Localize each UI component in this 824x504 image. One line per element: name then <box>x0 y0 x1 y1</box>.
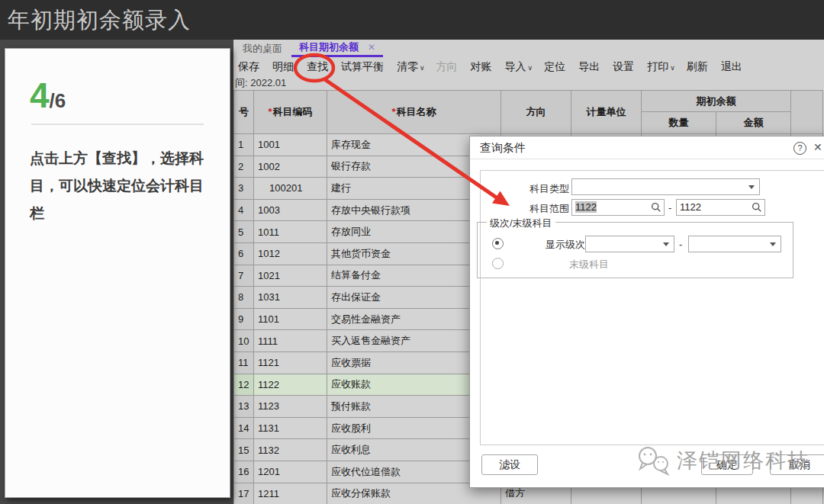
chevron-down-icon: ∨ <box>670 64 675 72</box>
period-label: 间: 2022.01 <box>233 76 824 90</box>
cell-code[interactable]: 1001 <box>254 134 327 156</box>
cell-seq: 1 <box>234 134 254 156</box>
toolbar-button[interactable]: 定位 <box>544 60 567 74</box>
help-icon[interactable]: ? <box>793 142 806 155</box>
range-to-input[interactable]: 1122 <box>676 199 765 216</box>
close-icon[interactable]: ✕ <box>368 42 375 53</box>
cell-code[interactable]: 1111 <box>254 330 327 352</box>
chevron-down-icon: ∨ <box>528 64 533 72</box>
toolbar-button-label: 设置 <box>613 60 634 72</box>
cell-seq: 12 <box>234 374 254 396</box>
watermark-text: 泽铠网络科技 <box>677 447 810 474</box>
col-header-qty: 数量 <box>642 112 716 134</box>
cell-seq: 5 <box>234 221 254 243</box>
cell-code[interactable]: 1003 <box>254 199 327 221</box>
cell-code[interactable]: 1002 <box>254 156 327 178</box>
wechat-icon <box>636 445 672 477</box>
level-separator: - <box>679 239 682 250</box>
level-to-select[interactable] <box>688 236 781 252</box>
tab-opening-balance[interactable]: 科目期初余额 ✕ <box>291 40 383 57</box>
toolbar-button[interactable]: 设置 <box>613 60 636 74</box>
toolbar-button-label: 试算平衡 <box>341 60 384 72</box>
toolbar-button[interactable]: 对账 <box>471 60 494 74</box>
cell-seq: 8 <box>234 287 254 309</box>
toolbar-button[interactable]: 明细 <box>272 60 295 74</box>
cell-seq: 13 <box>234 396 254 418</box>
range-from-value: 1122 <box>575 201 597 213</box>
cell-code[interactable]: 1021 <box>254 265 327 287</box>
col-header-extra <box>791 91 823 134</box>
toolbar-button[interactable]: 查找 <box>307 60 330 74</box>
toolbar-button[interactable]: 导出 <box>578 60 601 74</box>
cell-code[interactable]: 1011 <box>254 221 327 243</box>
toolbar-button-label: 查找 <box>307 60 328 72</box>
cell-code[interactable]: 1101 <box>254 308 327 330</box>
show-level-radio[interactable] <box>492 238 504 249</box>
toolbar-button-label: 导入 <box>505 60 526 72</box>
col-header-seq: 号 <box>234 91 254 134</box>
show-level-label: 显示级次 <box>546 238 585 252</box>
cell-code[interactable]: 1031 <box>254 287 327 309</box>
toolbar-button-label: 对账 <box>471 60 492 72</box>
cell-seq: 6 <box>234 242 254 265</box>
leaf-subject-radio[interactable] <box>492 258 504 269</box>
cell-code[interactable]: 1201 <box>254 461 327 483</box>
tutorial-step-number: 4 <box>30 75 50 115</box>
tab-my-desktop[interactable]: 我的桌面 <box>233 40 291 57</box>
col-header-direction: 方向 <box>501 91 571 134</box>
toolbar-button-label: 导出 <box>578 60 600 72</box>
toolbar-button[interactable]: 导入∨ <box>505 60 533 74</box>
level-from-select[interactable] <box>585 236 674 252</box>
toolbar-button[interactable]: 打印∨ <box>647 60 675 74</box>
leaf-subject-label: 末级科目 <box>569 258 609 271</box>
toolbar-button-label: 刷新 <box>687 60 708 72</box>
cell-seq: 11 <box>234 352 254 374</box>
cell-code[interactable]: 1123 <box>254 396 327 418</box>
cell-code[interactable]: 1122 <box>254 374 327 396</box>
toolbar-button[interactable]: 刷新 <box>687 60 710 74</box>
cell-seq: 16 <box>234 461 254 483</box>
toolbar-button[interactable]: 退出 <box>721 60 744 74</box>
tutorial-step-total: /6 <box>50 89 66 112</box>
search-icon[interactable] <box>752 202 762 213</box>
cell-seq: 3 <box>234 178 254 200</box>
filter-settings-button[interactable]: 滤设 <box>481 454 538 475</box>
tutorial-text: 点击上方【查找】，选择科目，可以快速定位会计科目栏 <box>30 145 205 227</box>
chevron-down-icon <box>770 242 776 246</box>
cell-seq: 10 <box>234 330 254 352</box>
cell-seq: 17 <box>234 483 254 504</box>
cell-code[interactable]: 1131 <box>254 417 327 439</box>
watermark: 泽铠网络科技 <box>636 445 810 477</box>
screen: 年初期初余额录入 我的桌面 科目期初余额 ✕ 保存 明细 查找 试算平衡 清零∨… <box>0 0 824 504</box>
toolbar-button-label: 清零 <box>397 60 418 72</box>
cell-code[interactable]: 1121 <box>254 352 327 374</box>
range-from-input[interactable]: 1122 <box>571 199 665 216</box>
toolbar-button-label: 保存 <box>238 60 259 72</box>
cell-seq: 2 <box>234 156 254 178</box>
search-icon[interactable] <box>651 202 661 213</box>
toolbar-button-label: 定位 <box>544 60 565 72</box>
col-header-opening-balance: 期初余额 <box>642 91 791 112</box>
cell-seq: 14 <box>234 417 254 439</box>
toolbar-button[interactable]: 试算平衡 <box>341 60 385 74</box>
chevron-down-icon: ∨ <box>420 64 425 72</box>
query-dialog: 查询条件 ? ✕ 科目类型 科目范围 1122 - 1122 级次/末级科目 <box>469 136 824 488</box>
close-icon[interactable]: ✕ <box>813 141 822 153</box>
col-header-amount: 金额 <box>716 112 791 134</box>
col-header-code: *科目编码 <box>254 91 327 134</box>
cell-seq: 9 <box>234 308 254 330</box>
dialog-title: 查询条件 <box>470 136 824 159</box>
cell-seq: 4 <box>234 199 254 221</box>
cell-code[interactable]: 100201 <box>254 178 327 200</box>
tab-bar: 我的桌面 科目期初余额 ✕ <box>233 40 824 57</box>
toolbar-button[interactable]: 保存 <box>238 60 261 74</box>
cell-code[interactable]: 1132 <box>254 439 327 461</box>
page-header: 年初期初余额录入 <box>0 0 824 40</box>
toolbar-button[interactable]: 方向 <box>436 60 459 74</box>
toolbar-button[interactable]: 清零∨ <box>397 60 425 74</box>
subject-type-select[interactable] <box>571 178 760 195</box>
required-asterisk: * <box>391 106 395 117</box>
chevron-down-icon <box>663 242 669 246</box>
cell-code[interactable]: 1211 <box>254 483 327 504</box>
cell-code[interactable]: 1012 <box>254 242 327 265</box>
